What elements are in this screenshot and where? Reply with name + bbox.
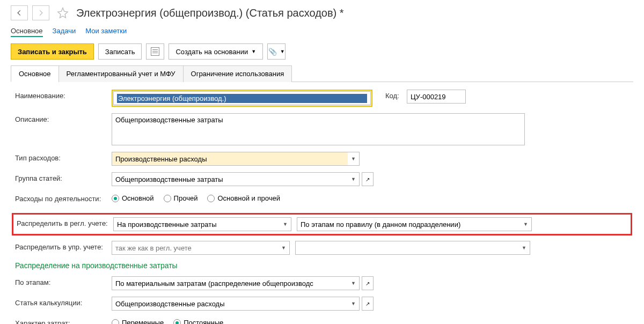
form-tab-limit[interactable]: Ограничение использования: [183, 65, 292, 82]
create-based-button[interactable]: Создать на основании ▼: [169, 43, 263, 60]
nav-forward-button[interactable]: [32, 5, 49, 20]
activity-radio-group: Основной Прочей Основной и прочей: [112, 193, 280, 202]
form-tab-reg[interactable]: Регламентированный учет и МФУ: [58, 65, 184, 82]
desc-label: Описание:: [15, 113, 112, 123]
dist-reg-label: Распределить в регл. учете:: [17, 217, 113, 227]
cost-type-label: Характер затрат:: [15, 317, 112, 324]
toolbar: Записать и закрыть Записать Создать на о…: [11, 43, 633, 60]
favorite-star-icon[interactable]: [57, 7, 69, 19]
group-select[interactable]: ▼: [112, 172, 360, 186]
radio-variable[interactable]: Переменные: [112, 319, 164, 324]
arrow-right-icon: [37, 9, 45, 17]
dist-reg-rule-select[interactable]: ▼: [297, 217, 532, 231]
list-icon: [151, 47, 159, 56]
dropdown-icon[interactable]: ▼: [280, 217, 291, 231]
dropdown-icon[interactable]: ▼: [348, 276, 360, 290]
radio-icon: [207, 195, 215, 202]
dropdown-icon[interactable]: ▼: [348, 152, 360, 166]
code-label: Код:: [385, 90, 407, 100]
top-tabs: Основное Задачи Мои заметки: [11, 26, 633, 37]
top-tab-main[interactable]: Основное: [11, 26, 43, 37]
radio-main[interactable]: Основной: [112, 194, 154, 202]
form-body: Наименование: Электроэнергия (общепроизв…: [11, 82, 633, 324]
caret-down-icon: ▼: [280, 49, 285, 54]
cost-type-radio-group: Переменные Постоянные: [112, 317, 223, 324]
caret-down-icon: ▼: [251, 49, 256, 54]
form-tabs: Основное Регламентированный учет и МФУ О…: [11, 65, 633, 82]
code-input[interactable]: [407, 90, 466, 104]
stages-select[interactable]: ▼: [112, 276, 360, 290]
dist-mgmt-rule-select[interactable]: ▼: [295, 241, 530, 255]
nav-back-button[interactable]: [11, 5, 28, 20]
radio-other[interactable]: Прочей: [164, 194, 198, 202]
activity-label: Расходы по деятельности:: [15, 193, 112, 203]
arrow-left-icon: [16, 9, 23, 17]
page-title: Электроэнергия (общепроизвод.) (Статья р…: [76, 7, 344, 19]
radio-icon: [164, 195, 171, 202]
dist-mgmt-select[interactable]: ▼: [112, 241, 290, 255]
attach-button[interactable]: 📎 ▼: [267, 43, 286, 60]
reg-distribution-highlight: Распределить в регл. учете: ▼ ▼: [12, 213, 632, 235]
form-tab-main[interactable]: Основное: [11, 65, 59, 82]
dropdown-icon[interactable]: ▼: [348, 172, 360, 186]
section-title: Распределение на производственные затрат…: [15, 261, 629, 270]
dropdown-icon[interactable]: ▼: [518, 241, 530, 255]
top-tab-tasks[interactable]: Задачи: [53, 26, 76, 37]
top-tab-notes[interactable]: Мои заметки: [85, 26, 127, 37]
save-close-button[interactable]: Записать и закрыть: [11, 43, 94, 60]
folder-star-icon: 📎: [268, 48, 277, 56]
calc-label: Статья калькуляции:: [15, 297, 112, 307]
list-icon-button[interactable]: [146, 43, 164, 60]
desc-textarea[interactable]: Общепроизводственные затраты: [112, 113, 525, 145]
radio-both[interactable]: Основной и прочей: [207, 194, 280, 202]
open-ref-button[interactable]: ↗: [362, 297, 374, 311]
type-select[interactable]: ▼: [112, 152, 360, 166]
save-button[interactable]: Записать: [98, 43, 142, 60]
radio-icon: [112, 195, 119, 202]
dist-reg-select[interactable]: ▼: [113, 217, 291, 231]
group-label: Группа статей:: [15, 172, 112, 182]
name-label: Наименование:: [15, 90, 112, 100]
calc-select[interactable]: ▼: [112, 297, 360, 311]
open-ref-button[interactable]: ↗: [362, 172, 374, 186]
type-label: Тип расходов:: [15, 152, 112, 162]
stages-label: По этапам:: [15, 276, 112, 286]
name-highlight: Электроэнергия (общепроизвод.): [112, 90, 372, 107]
radio-icon: [112, 319, 119, 325]
radio-icon: [173, 319, 181, 325]
dropdown-icon[interactable]: ▼: [520, 217, 532, 231]
dropdown-icon[interactable]: ▼: [278, 241, 290, 255]
open-ref-button[interactable]: ↗: [362, 276, 374, 290]
radio-fixed[interactable]: Постоянные: [173, 319, 223, 324]
dropdown-icon[interactable]: ▼: [348, 297, 360, 311]
dist-mgmt-label: Распределить в упр. учете:: [15, 241, 112, 251]
name-input[interactable]: Электроэнергия (общепроизвод.): [113, 91, 371, 105]
